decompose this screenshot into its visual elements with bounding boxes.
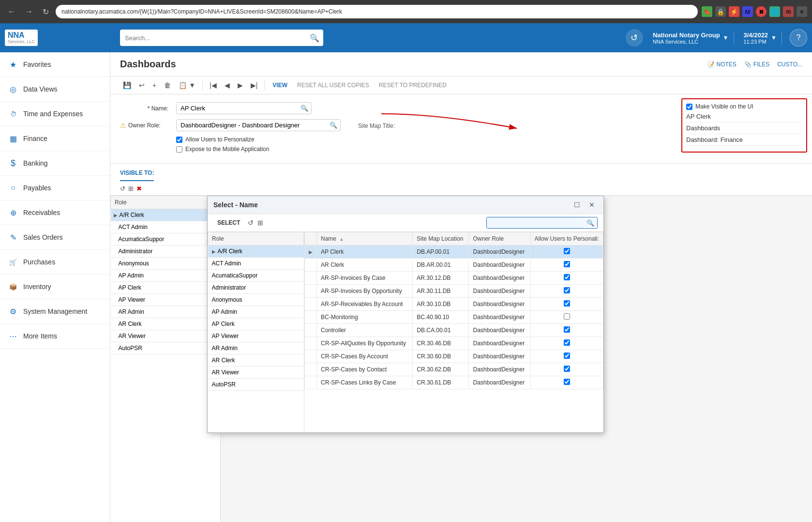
owner-role-col-header[interactable]: Owner Role <box>469 232 530 246</box>
copy-button[interactable]: 📋 ▼ <box>176 79 198 91</box>
allow-checkbox[interactable] <box>564 326 570 333</box>
role-table-row[interactable]: AP Clerk <box>111 282 220 294</box>
role-table-row[interactable]: AcumaticaSuppor <box>111 233 220 246</box>
modal-data-row[interactable]: CR-SP-Cases Links By CaseCR.30.61.DBDash… <box>305 376 603 389</box>
modal-data-row[interactable]: AR-SP-Invoices By OpportunityAR.30.11.DB… <box>305 285 603 298</box>
browser-icon-2[interactable]: 🔒 <box>715 6 726 17</box>
expand-cell[interactable] <box>305 298 317 311</box>
sidebar-item-purchases[interactable]: 🛒 Purchases <box>0 250 110 275</box>
modal-maximize-button[interactable]: ☐ <box>571 200 583 210</box>
expand-cell[interactable] <box>305 376 317 389</box>
modal-data-row[interactable]: CR-SP-Cases by ContactCR.30.62.DBDashboa… <box>305 363 603 376</box>
name-input[interactable] <box>177 103 298 114</box>
modal-data-row[interactable]: AR-SP-Receivables By AccountAR.30.10.DBD… <box>305 298 603 311</box>
modal-data-row[interactable]: AR ClerkDB.AR.00.01DashboardDesigner <box>305 259 603 272</box>
browser-icon-8[interactable]: ≡ <box>797 6 807 17</box>
expand-cell[interactable]: ▶ <box>305 246 317 259</box>
browser-icon-5[interactable]: ✖ <box>756 6 767 17</box>
sidebar-item-banking[interactable]: $ Banking <box>0 151 110 176</box>
sidebar-item-dataviews[interactable]: ◎ Data Views <box>0 77 110 102</box>
sidebar-item-receivables[interactable]: ⊕ Receivables <box>0 200 110 225</box>
browser-icon-7[interactable]: ✉ <box>783 6 794 17</box>
sidebar-item-salesorders[interactable]: ✎ Sales Orders <box>0 225 110 250</box>
company-dropdown-icon[interactable]: ▼ <box>723 34 729 41</box>
browser-icon-1[interactable]: 🔖 <box>702 6 712 17</box>
sidebar-item-systemmanagement[interactable]: ⚙ System Management <box>0 299 110 324</box>
modal-role-table-row[interactable]: Administrator <box>208 282 304 294</box>
expand-cell[interactable] <box>305 259 317 272</box>
browser-icon-6[interactable]: 🌐 <box>769 6 780 17</box>
allow-checkbox[interactable] <box>564 287 570 293</box>
expand-cell[interactable] <box>305 324 317 337</box>
delete-button[interactable]: 🗑 <box>161 79 174 91</box>
modal-role-table-row[interactable]: AP Admin <box>208 306 304 318</box>
sidebar-item-payables[interactable]: ○ Payables <box>0 176 110 200</box>
date-info[interactable]: 3/4/2022 11:23 PM ▼ <box>739 31 782 45</box>
role-table-row[interactable]: AP Admin <box>111 270 220 282</box>
modal-data-row[interactable]: ControllerDB.CA.00.01DashboardDesigner <box>305 324 603 337</box>
modal-data-row[interactable]: CR-SP-Cases By AccountCR.30.60.DBDashboa… <box>305 350 603 363</box>
modal-data-row[interactable]: CR-SP-AllQuotes By OpportunityCR.30.46.D… <box>305 337 603 350</box>
role-list-refresh-btn[interactable]: ↺ <box>120 185 125 192</box>
modal-role-table-row[interactable]: Anonymous <box>208 294 304 306</box>
add-button[interactable]: + <box>150 79 159 91</box>
reset-all-user-copies-button[interactable]: RESET ALL USER COPIES <box>293 80 373 91</box>
modal-data-row[interactable]: AR-SP-Invoices By CaseAR.30.12.DBDashboa… <box>305 272 603 285</box>
first-button[interactable]: |◀ <box>207 79 220 91</box>
allow-cell[interactable] <box>530 363 603 376</box>
make-visible-checkbox[interactable] <box>686 104 692 110</box>
allow-checkbox[interactable] <box>564 379 570 385</box>
modal-role-table-row[interactable]: AR Clerk <box>208 354 304 367</box>
allow-checkbox[interactable] <box>564 353 570 359</box>
forward-button[interactable]: → <box>22 5 36 18</box>
role-list-fit-btn[interactable]: ⊞ <box>128 185 134 192</box>
owner-role-search-icon[interactable]: 🔍 <box>327 122 340 129</box>
allow-cell[interactable] <box>530 376 603 389</box>
name-col-header[interactable]: Name ▲ <box>317 232 413 246</box>
allow-cell[interactable] <box>530 337 603 350</box>
allow-cell[interactable] <box>530 246 603 259</box>
view-button[interactable]: VIEW <box>269 80 291 91</box>
allow-cell[interactable] <box>530 285 603 298</box>
site-map-col-header[interactable]: Site Map Location <box>413 232 469 246</box>
allow-checkbox[interactable] <box>564 261 570 267</box>
reset-to-predefined-button[interactable]: RESET TO PREDEFINED <box>375 80 451 91</box>
role-table-row[interactable]: ACT Admin <box>111 221 220 233</box>
expand-cell[interactable] <box>305 350 317 363</box>
modal-role-table-row[interactable]: ACT Admin <box>208 258 304 270</box>
modal-fit-button[interactable]: ⊞ <box>257 219 263 227</box>
expand-cell[interactable] <box>305 363 317 376</box>
expose-mobile-checkbox[interactable] <box>176 146 182 153</box>
modal-close-button[interactable]: ✕ <box>586 200 598 210</box>
allow-checkbox[interactable] <box>564 300 570 307</box>
sidebar-item-finance[interactable]: ▦ Finance <box>0 126 110 151</box>
modal-role-table-row[interactable]: AcumaticaSuppor <box>208 270 304 282</box>
modal-role-table-row[interactable]: ▶A/R Clerk <box>208 246 304 258</box>
search-input[interactable] <box>120 30 323 46</box>
allow-cell[interactable] <box>530 259 603 272</box>
expand-cell[interactable] <box>305 272 317 285</box>
expand-cell[interactable] <box>305 285 317 298</box>
notes-button[interactable]: 📝 NOTES <box>707 61 737 68</box>
modal-search-input[interactable] <box>487 217 584 228</box>
files-button[interactable]: 📎 FILES <box>744 61 769 68</box>
allow-cell[interactable] <box>530 272 603 285</box>
undo-button[interactable]: ↩ <box>136 79 148 91</box>
back-button[interactable]: ← <box>5 5 18 18</box>
modal-role-table-row[interactable]: AR Admin <box>208 342 304 354</box>
modal-refresh-button[interactable]: ↺ <box>248 219 254 227</box>
modal-role-table-row[interactable]: AR Viewer <box>208 367 304 379</box>
role-table-row[interactable]: AR Viewer <box>111 330 220 342</box>
allow-checkbox[interactable] <box>564 248 570 254</box>
role-table-row[interactable]: AutoPSR <box>111 342 220 354</box>
allow-cell[interactable] <box>530 298 603 311</box>
visible-to-tab[interactable]: VISIBLE TO: <box>120 166 154 181</box>
url-bar[interactable]: nationalnotary.acumatica.com/(W(1))/Main… <box>56 5 698 18</box>
next-button[interactable]: ▶ <box>235 79 246 91</box>
customization-button[interactable]: CUSTO... <box>777 61 802 68</box>
expand-cell[interactable] <box>305 337 317 350</box>
allow-cell[interactable] <box>530 324 603 337</box>
sidebar-item-favorites[interactable]: ★ Favorites <box>0 52 110 77</box>
refresh-button[interactable]: ↻ <box>40 5 52 18</box>
sidebar-item-timeexpenses[interactable]: ⏱ Time and Expenses <box>0 102 110 126</box>
